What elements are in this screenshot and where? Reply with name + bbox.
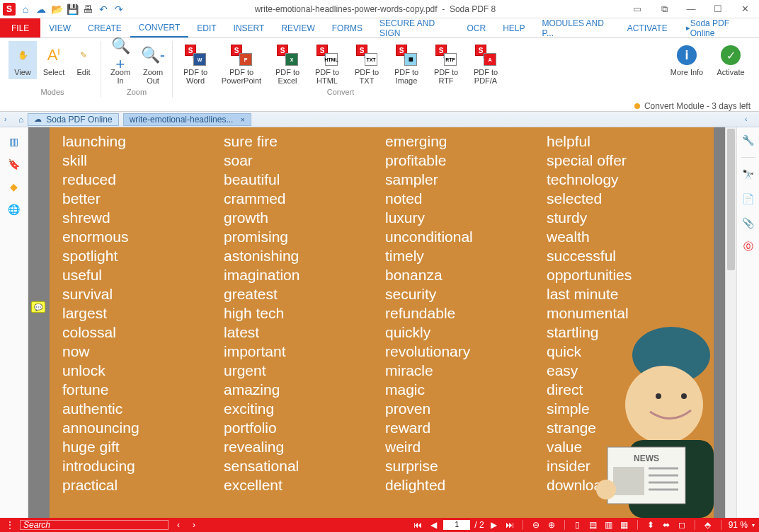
word-cell: revolutionary	[385, 342, 540, 361]
word-cell: refundable	[385, 303, 540, 323]
layers-panel-icon[interactable]: ◆	[7, 180, 21, 194]
fit-width-icon[interactable]: ⬌	[661, 519, 672, 531]
word-cell: excellent	[224, 475, 378, 495]
comment-icon[interactable]: 💬	[31, 301, 45, 313]
view-facing-icon[interactable]: ▥	[603, 519, 615, 531]
next-page-icon[interactable]: ▶	[489, 519, 500, 531]
tab-scroll-left-icon[interactable]: ‹	[745, 115, 755, 123]
tab-ocr[interactable]: OCR	[459, 18, 495, 37]
search-input[interactable]: Search	[20, 520, 169, 530]
zoom-level[interactable]: 91 %	[729, 520, 748, 530]
pdf-to-txt-button[interactable]: S↻TXTPDF to TXT	[348, 41, 385, 88]
open-icon[interactable]: 📂	[51, 4, 62, 15]
undo-icon[interactable]: ↶	[98, 4, 109, 15]
tab-forms[interactable]: FORMS	[324, 18, 371, 37]
document-area[interactable]: 💬 launchingsure fireemerginghelpfulskill…	[28, 127, 725, 518]
zoom-in-icon[interactable]: ⊕	[546, 519, 557, 531]
doctab-online[interactable]: ☁ Soda PDF Online	[28, 113, 118, 126]
search-prev-icon[interactable]: ‹	[173, 519, 184, 531]
search-next-icon[interactable]: ›	[188, 519, 200, 531]
word-cell: successful	[547, 246, 701, 265]
print-icon[interactable]: 🖶	[82, 4, 93, 15]
3d-view-icon[interactable]: ⬘	[702, 519, 714, 531]
word-cell: sure fire	[224, 132, 378, 151]
pdf-to-word-button[interactable]: S↻WPDF to Word	[177, 41, 214, 88]
group-zoom: 🔍+Zoom In 🔍-Zoom Out Zoom	[101, 41, 173, 98]
word-cell: fortune	[62, 380, 217, 399]
clip-icon[interactable]: 📎	[741, 216, 755, 230]
zoom-out-button[interactable]: 🔍-Zoom Out	[138, 41, 168, 88]
word-cell: bonanza	[385, 265, 540, 284]
tab-edit[interactable]: EDIT	[188, 18, 224, 37]
help-icon[interactable]: ⧉	[657, 4, 671, 14]
notes-icon[interactable]: 📄	[741, 192, 755, 206]
tab-help[interactable]: HELP	[494, 18, 533, 37]
pdf-to-pdfa-button[interactable]: S↻APDF to PDF/A	[467, 41, 504, 88]
minimize-icon[interactable]: —	[684, 4, 698, 14]
word-cell: proven	[385, 399, 540, 418]
tab-secure[interactable]: SECURE AND SIGN	[371, 18, 458, 37]
word-cell: beautiful	[224, 170, 378, 189]
word-cell: surprise	[385, 456, 540, 475]
doctab-current[interactable]: write-emotional-headlines...×	[123, 113, 251, 126]
pdf-to-ppt-button[interactable]: S↻PPDF to PowerPoint	[217, 41, 266, 88]
zoom-out-icon[interactable]: ⊖	[530, 519, 542, 531]
tab-activate[interactable]: ACTIVATE	[619, 18, 676, 37]
home-tab-icon[interactable]: ⌂	[18, 115, 23, 125]
zoom-in-button[interactable]: 🔍+Zoom In	[105, 41, 135, 88]
cloud-icon[interactable]: ☁	[35, 4, 47, 15]
word-cell: authentic	[62, 399, 217, 418]
tab-convert[interactable]: CONVERT	[130, 18, 188, 37]
close-tab-icon[interactable]: ×	[240, 115, 244, 124]
redo-icon[interactable]: ↷	[113, 4, 125, 15]
page-number-input[interactable]: 1	[443, 520, 470, 530]
word-cell: sampler	[385, 170, 540, 189]
pdf-to-rtf-button[interactable]: S↻RTFPDF to RTF	[428, 41, 464, 88]
vertical-scrollbar[interactable]	[725, 127, 736, 518]
pdf-to-html-button[interactable]: S↻HTMLPDF to HTML	[309, 41, 346, 88]
collapse-ribbon-icon[interactable]: ▭	[630, 4, 644, 14]
attachments-panel-icon[interactable]: 🌐	[7, 202, 21, 216]
pdf-to-image-button[interactable]: S↻▦PDF to Image	[388, 41, 425, 88]
bookmarks-panel-icon[interactable]: 🔖	[7, 157, 21, 171]
quick-access-toolbar: S ⌂ ☁ 📂 💾 🖶 ↶ ↷ write-emotional-headline…	[0, 0, 759, 18]
zoom-dropdown-icon[interactable]: ▾	[752, 522, 755, 528]
word-cell: introducing	[62, 456, 217, 475]
edit-button[interactable]: ✎Edit	[71, 41, 96, 79]
tab-insert[interactable]: INSERT	[225, 18, 273, 37]
maximize-icon[interactable]: ☐	[711, 4, 725, 14]
word-cell: miracle	[385, 361, 540, 380]
select-button[interactable]: AᴵSelect	[40, 41, 68, 79]
stamp-icon[interactable]: ⓪	[741, 240, 755, 254]
actual-size-icon[interactable]: ◻	[676, 519, 687, 531]
status-menu-icon[interactable]: ⋮	[4, 519, 16, 531]
pages-panel-icon[interactable]: ▥	[7, 134, 21, 149]
word-cell: imagination	[224, 265, 378, 284]
fit-page-icon[interactable]: ⬍	[645, 519, 656, 531]
view-cont-facing-icon[interactable]: ▦	[619, 519, 630, 531]
home-icon[interactable]: ⌂	[20, 4, 31, 15]
illustration-character: NEWS	[572, 313, 714, 518]
tab-modules[interactable]: MODULES AND P...	[534, 18, 619, 37]
tab-create[interactable]: CREATE	[79, 18, 130, 37]
save-icon[interactable]: 💾	[67, 4, 78, 15]
pdf-to-excel-button[interactable]: S↻XPDF to Excel	[269, 41, 306, 88]
tab-view[interactable]: VIEW	[40, 18, 79, 37]
group-modes-label: Modes	[40, 88, 64, 98]
prev-page-icon[interactable]: ◀	[428, 519, 439, 531]
soda-pdf-online-link[interactable]: ▸ Soda PDF Online	[676, 18, 759, 37]
tab-scroll-right-icon[interactable]: ›	[4, 115, 14, 123]
more-info-button[interactable]: i More Info	[666, 41, 708, 79]
close-icon[interactable]: ✕	[738, 4, 752, 14]
activate-button[interactable]: ✓ Activate	[711, 41, 751, 79]
view-button[interactable]: ✋View	[8, 41, 37, 79]
tools-icon[interactable]: 🔧	[741, 133, 755, 147]
view-continuous-icon[interactable]: ▤	[588, 519, 599, 531]
tab-file[interactable]: FILE	[0, 18, 40, 37]
search-tool-icon[interactable]: 🔭	[741, 168, 755, 182]
tab-review[interactable]: REVIEW	[273, 18, 323, 37]
first-page-icon[interactable]: ⏮	[412, 519, 423, 531]
word-cell: opportunities	[547, 265, 701, 284]
view-single-icon[interactable]: ▯	[572, 519, 583, 531]
last-page-icon[interactable]: ⏭	[504, 519, 515, 531]
